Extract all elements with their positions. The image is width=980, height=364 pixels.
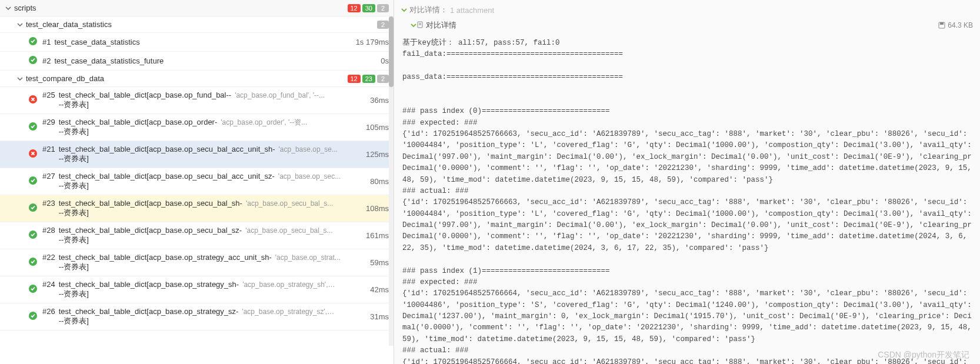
test-row[interactable]: #25test_check_bal_table_dict[acp_base.op… <box>0 87 394 114</box>
check-circle-icon <box>28 284 42 295</box>
test-duration: 108ms <box>361 204 389 213</box>
test-duration: 1s 179ms <box>351 38 389 46</box>
test-row[interactable]: #23test_check_bal_table_dict[acp_base.op… <box>0 195 394 222</box>
test-param: 'acp_base.op_order', '--资... <box>221 118 307 128</box>
test-duration: 125ms <box>361 150 389 159</box>
chevron-down-icon <box>16 21 24 28</box>
check-circle-icon <box>28 36 42 48</box>
attachment-label: 对比详情 <box>426 20 456 31</box>
group-label: test_clear_data_statistics <box>26 20 112 29</box>
test-row[interactable]: #2test_case_data_statistics_future0s <box>0 52 394 71</box>
tree-root-scripts[interactable]: scripts 12 30 2 <box>0 0 394 16</box>
test-duration: 0s <box>376 56 389 65</box>
test-param: 'acp_base.op_sec... <box>278 172 341 181</box>
test-row[interactable]: #27test_check_bal_table_dict[acp_base.op… <box>0 168 394 195</box>
test-name-line2: --资券表] <box>59 316 239 326</box>
test-name: test_case_data_statistics <box>54 38 139 46</box>
test-row[interactable]: #21test_check_bal_table_dict[acp_base.op… <box>0 141 394 168</box>
test-duration: 42ms <box>365 285 389 294</box>
test-number: #26 <box>42 307 55 316</box>
test-param: 'acp_base.op_strategy_sh', '... <box>242 280 336 289</box>
group-badges: 12 23 2 <box>348 75 389 83</box>
detail-body[interactable]: 基于key统计： all:57, pass:57, fail:0 fail_da… <box>394 34 980 364</box>
badge-fail: 12 <box>348 75 361 83</box>
test-name-line2: --资券表] <box>59 289 239 299</box>
test-number: #23 <box>42 199 55 208</box>
test-row[interactable]: #1test_case_data_statistics1s 179ms <box>0 33 394 52</box>
badge-other: 2 <box>377 4 389 12</box>
test-name-line2: --资券表] <box>59 181 275 191</box>
badge-pass: 23 <box>362 75 375 83</box>
test-number: #24 <box>42 280 55 289</box>
test-row[interactable]: #24test_check_bal_table_dict[acp_base.op… <box>0 276 394 303</box>
group-badges: 2 <box>377 21 389 29</box>
check-circle-icon <box>28 122 42 133</box>
attachment-meta: 64.3 KB <box>938 21 973 29</box>
group-label: test_compare_db_data <box>26 74 104 83</box>
chevron-down-icon <box>5 5 12 12</box>
test-row[interactable]: #28test_check_bal_table_dict[acp_base.op… <box>0 222 394 249</box>
test-name: test_check_bal_table_dict[acp_base.op_or… <box>59 118 218 126</box>
test-name-line2: --资券表] <box>59 126 218 137</box>
test-number: #2 <box>42 56 51 65</box>
root-badges: 12 30 2 <box>348 4 389 12</box>
test-param: 'acp_base.op_se... <box>279 145 338 153</box>
test-number: #1 <box>42 38 51 46</box>
test-number: #21 <box>42 145 55 153</box>
test-duration: 80ms <box>365 177 389 186</box>
root-label: scripts <box>14 4 36 12</box>
badge-fail: 12 <box>348 4 361 12</box>
detail-attachment-row[interactable]: 对比详情 64.3 KB <box>394 18 980 34</box>
test-name: test_check_bal_table_dict[acp_base.op_se… <box>59 145 275 153</box>
scrollbar-track[interactable] <box>389 16 394 346</box>
scrollbar-thumb[interactable] <box>389 16 394 87</box>
check-circle-icon <box>28 311 42 322</box>
test-name-line2: --资券表] <box>59 262 272 272</box>
test-row[interactable]: #22test_check_bal_table_dict[acp_base.op… <box>0 249 394 276</box>
chevron-down-icon <box>411 21 416 30</box>
test-name: test_check_bal_table_dict[acp_base.op_se… <box>59 226 242 235</box>
document-icon <box>416 21 424 30</box>
test-name: test_check_bal_table_dict[acp_base.op_st… <box>59 253 272 262</box>
badge-other: 2 <box>377 21 389 29</box>
tree-group-clear-data[interactable]: test_clear_data_statistics 2 <box>0 16 394 33</box>
badge-other: 2 <box>377 75 389 83</box>
test-name: test_check_bal_table_dict[acp_base.op_st… <box>59 280 239 289</box>
detail-count: 1 attachment <box>450 6 494 15</box>
test-name-line2: --资券表] <box>59 208 242 218</box>
test-tree-panel: scripts 12 30 2 test_clear_data_statisti… <box>0 0 394 364</box>
check-circle-icon <box>28 203 42 214</box>
test-duration: 31ms <box>365 312 389 321</box>
svg-rect-15 <box>940 22 944 25</box>
chevron-down-icon <box>401 6 407 15</box>
test-number: #27 <box>42 172 55 181</box>
test-name: test_check_bal_table_dict[acp_base.op_fu… <box>59 91 231 99</box>
test-row[interactable]: #26test_check_bal_table_dict[acp_base.op… <box>0 303 394 330</box>
test-row[interactable]: #29test_check_bal_table_dict[acp_base.op… <box>0 114 394 141</box>
x-circle-icon <box>28 95 42 106</box>
test-number: #29 <box>42 118 55 126</box>
test-param: 'acp_base.op_strategy_sz', '-... <box>242 308 336 316</box>
x-circle-icon <box>28 149 42 160</box>
test-duration: 36ms <box>365 96 389 105</box>
check-circle-icon <box>28 176 42 187</box>
test-param: 'acp_base.op_secu_bal_s... <box>246 199 333 208</box>
tree-group-compare-db[interactable]: test_compare_db_data 12 23 2 <box>0 71 394 87</box>
test-name: test_check_bal_table_dict[acp_base.op_se… <box>59 199 242 208</box>
test-name-line2: --资券表] <box>59 235 242 245</box>
test-name-line2: --资券表] <box>59 153 275 164</box>
check-circle-icon <box>28 257 42 268</box>
test-name: test_check_bal_table_dict[acp_base.op_st… <box>59 307 239 316</box>
check-circle-icon <box>28 55 42 66</box>
detail-header[interactable]: 对比详情： 1 attachment <box>394 2 980 18</box>
badge-pass: 30 <box>362 4 375 12</box>
test-param: 'acp_base.op_secu_bal_s... <box>245 226 332 235</box>
test-number: #22 <box>42 253 55 262</box>
test-param: 'acp_base.op_strat... <box>275 253 341 262</box>
test-duration: 161ms <box>361 231 389 240</box>
detail-title: 对比详情： <box>409 5 448 15</box>
detail-panel: 对比详情： 1 attachment 对比详情 64.3 KB 基于key统计：… <box>394 0 980 364</box>
test-number: #28 <box>42 226 55 235</box>
chevron-down-icon <box>16 75 24 82</box>
test-name: test_case_data_statistics_future <box>54 56 164 65</box>
